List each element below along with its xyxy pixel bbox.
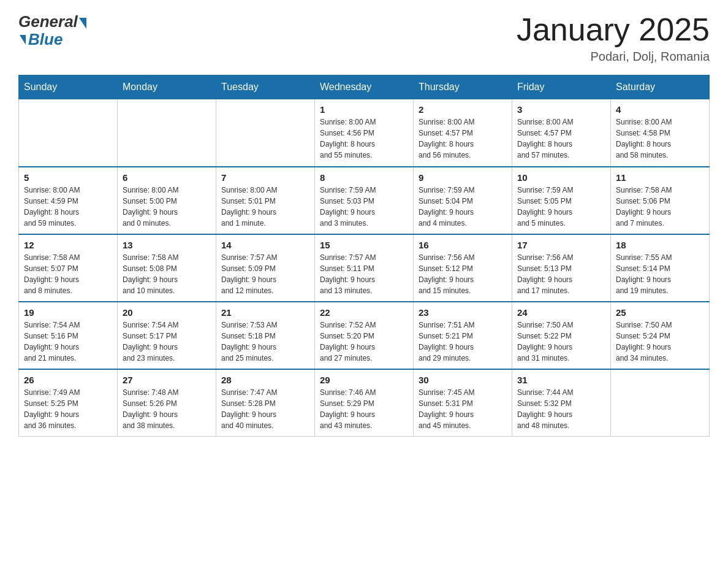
day-number: 10 [517,172,605,183]
day-info: Sunrise: 7:59 AM Sunset: 5:03 PM Dayligh… [320,185,408,229]
logo-blue-text: Blue [28,30,63,49]
day-cell [118,99,216,167]
day-number: 13 [123,240,211,250]
day-info: Sunrise: 8:00 AM Sunset: 4:58 PM Dayligh… [616,117,704,161]
day-info: Sunrise: 7:54 AM Sunset: 5:16 PM Dayligh… [24,320,112,364]
day-info: Sunrise: 8:00 AM Sunset: 4:57 PM Dayligh… [517,117,605,161]
day-cell: 6Sunrise: 8:00 AM Sunset: 5:00 PM Daylig… [118,167,216,234]
day-cell: 10Sunrise: 7:59 AM Sunset: 5:05 PM Dayli… [512,167,611,234]
week-row-3: 12Sunrise: 7:58 AM Sunset: 5:07 PM Dayli… [19,234,710,302]
day-number: 14 [221,240,309,250]
logo: General Blue [18,12,86,49]
logo-general-text: General [18,12,78,31]
day-number: 24 [517,307,605,318]
day-cell: 20Sunrise: 7:54 AM Sunset: 5:17 PM Dayli… [118,302,216,369]
day-cell: 28Sunrise: 7:47 AM Sunset: 5:28 PM Dayli… [216,369,315,437]
logo-arrow-icon [79,18,86,29]
day-number: 8 [320,172,408,183]
day-info: Sunrise: 7:49 AM Sunset: 5:25 PM Dayligh… [24,387,112,431]
day-info: Sunrise: 7:56 AM Sunset: 5:13 PM Dayligh… [517,252,605,296]
day-info: Sunrise: 8:00 AM Sunset: 4:56 PM Dayligh… [320,117,408,161]
day-number: 26 [24,375,112,385]
day-cell: 31Sunrise: 7:44 AM Sunset: 5:32 PM Dayli… [512,369,611,437]
day-cell: 13Sunrise: 7:58 AM Sunset: 5:08 PM Dayli… [118,234,216,302]
day-number: 7 [221,172,309,183]
col-saturday: Saturday [611,75,710,99]
day-info: Sunrise: 7:57 AM Sunset: 5:09 PM Dayligh… [221,252,309,296]
day-info: Sunrise: 7:57 AM Sunset: 5:11 PM Dayligh… [320,252,408,296]
day-number: 19 [24,307,112,318]
day-info: Sunrise: 7:58 AM Sunset: 5:08 PM Dayligh… [123,252,211,296]
day-info: Sunrise: 7:50 AM Sunset: 5:22 PM Dayligh… [517,320,605,364]
day-cell: 9Sunrise: 7:59 AM Sunset: 5:04 PM Daylig… [414,167,512,234]
day-cell: 17Sunrise: 7:56 AM Sunset: 5:13 PM Dayli… [512,234,611,302]
calendar-subtitle: Podari, Dolj, Romania [517,50,710,64]
day-info: Sunrise: 7:44 AM Sunset: 5:32 PM Dayligh… [517,387,605,431]
day-cell: 27Sunrise: 7:48 AM Sunset: 5:26 PM Dayli… [118,369,216,437]
day-cell: 19Sunrise: 7:54 AM Sunset: 5:16 PM Dayli… [19,302,118,369]
day-cell: 15Sunrise: 7:57 AM Sunset: 5:11 PM Dayli… [315,234,414,302]
day-cell: 4Sunrise: 8:00 AM Sunset: 4:58 PM Daylig… [611,99,710,167]
day-cell: 5Sunrise: 8:00 AM Sunset: 4:59 PM Daylig… [19,167,118,234]
day-cell [611,369,710,437]
day-info: Sunrise: 8:00 AM Sunset: 4:57 PM Dayligh… [419,117,507,161]
day-number: 22 [320,307,408,318]
day-number: 20 [123,307,211,318]
day-info: Sunrise: 7:48 AM Sunset: 5:26 PM Dayligh… [123,387,211,431]
week-row-5: 26Sunrise: 7:49 AM Sunset: 5:25 PM Dayli… [19,369,710,437]
day-number: 28 [221,375,309,385]
day-number: 29 [320,375,408,385]
day-info: Sunrise: 7:58 AM Sunset: 5:07 PM Dayligh… [24,252,112,296]
day-info: Sunrise: 7:51 AM Sunset: 5:21 PM Dayligh… [419,320,507,364]
day-number: 21 [221,307,309,318]
col-friday: Friday [512,75,611,99]
day-number: 18 [616,240,704,250]
day-number: 11 [616,172,704,183]
day-number: 6 [123,172,211,183]
calendar-table: Sunday Monday Tuesday Wednesday Thursday… [18,75,710,437]
week-row-2: 5Sunrise: 8:00 AM Sunset: 4:59 PM Daylig… [19,167,710,234]
day-number: 16 [419,240,507,250]
week-row-1: 1Sunrise: 8:00 AM Sunset: 4:56 PM Daylig… [19,99,710,167]
day-cell: 29Sunrise: 7:46 AM Sunset: 5:29 PM Dayli… [315,369,414,437]
day-cell: 11Sunrise: 7:58 AM Sunset: 5:06 PM Dayli… [611,167,710,234]
day-number: 9 [419,172,507,183]
day-cell: 16Sunrise: 7:56 AM Sunset: 5:12 PM Dayli… [414,234,512,302]
day-info: Sunrise: 8:00 AM Sunset: 5:00 PM Dayligh… [123,185,211,229]
page-header: General Blue January 2025 Podari, Dolj, … [18,12,710,64]
day-number: 1 [320,104,408,115]
day-cell: 18Sunrise: 7:55 AM Sunset: 5:14 PM Dayli… [611,234,710,302]
day-info: Sunrise: 7:59 AM Sunset: 5:05 PM Dayligh… [517,185,605,229]
day-cell: 22Sunrise: 7:52 AM Sunset: 5:20 PM Dayli… [315,302,414,369]
col-monday: Monday [118,75,216,99]
calendar-title: January 2025 [517,12,710,47]
day-cell: 14Sunrise: 7:57 AM Sunset: 5:09 PM Dayli… [216,234,315,302]
day-number: 3 [517,104,605,115]
day-cell: 21Sunrise: 7:53 AM Sunset: 5:18 PM Dayli… [216,302,315,369]
title-area: January 2025 Podari, Dolj, Romania [517,12,710,64]
col-thursday: Thursday [414,75,512,99]
day-cell: 8Sunrise: 7:59 AM Sunset: 5:03 PM Daylig… [315,167,414,234]
day-cell: 2Sunrise: 8:00 AM Sunset: 4:57 PM Daylig… [414,99,512,167]
day-info: Sunrise: 7:52 AM Sunset: 5:20 PM Dayligh… [320,320,408,364]
header-row: Sunday Monday Tuesday Wednesday Thursday… [19,75,710,99]
day-info: Sunrise: 8:00 AM Sunset: 4:59 PM Dayligh… [24,185,112,229]
day-info: Sunrise: 7:55 AM Sunset: 5:14 PM Dayligh… [616,252,704,296]
day-number: 23 [419,307,507,318]
day-cell: 3Sunrise: 8:00 AM Sunset: 4:57 PM Daylig… [512,99,611,167]
day-number: 30 [419,375,507,385]
day-cell: 12Sunrise: 7:58 AM Sunset: 5:07 PM Dayli… [19,234,118,302]
day-cell: 30Sunrise: 7:45 AM Sunset: 5:31 PM Dayli… [414,369,512,437]
day-info: Sunrise: 7:58 AM Sunset: 5:06 PM Dayligh… [616,185,704,229]
day-info: Sunrise: 7:47 AM Sunset: 5:28 PM Dayligh… [221,387,309,431]
day-cell: 7Sunrise: 8:00 AM Sunset: 5:01 PM Daylig… [216,167,315,234]
day-cell: 23Sunrise: 7:51 AM Sunset: 5:21 PM Dayli… [414,302,512,369]
day-number: 4 [616,104,704,115]
col-tuesday: Tuesday [216,75,315,99]
calendar-header: Sunday Monday Tuesday Wednesday Thursday… [19,75,710,99]
day-info: Sunrise: 8:00 AM Sunset: 5:01 PM Dayligh… [221,185,309,229]
calendar-body: 1Sunrise: 8:00 AM Sunset: 4:56 PM Daylig… [19,99,710,437]
day-cell [216,99,315,167]
day-number: 17 [517,240,605,250]
week-row-4: 19Sunrise: 7:54 AM Sunset: 5:16 PM Dayli… [19,302,710,369]
